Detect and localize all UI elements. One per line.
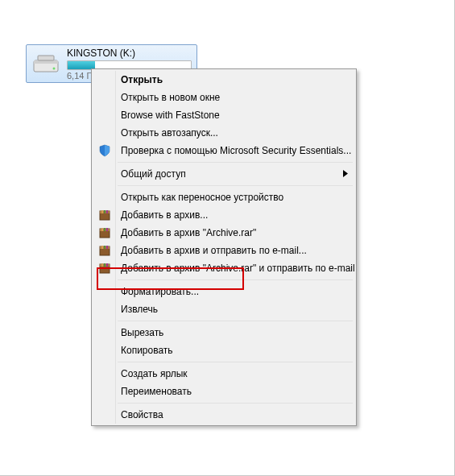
menu-label: Browse with FastStone	[121, 110, 220, 121]
menu-label: Добавить в архив "Archive.rar" и отправи…	[121, 263, 355, 274]
menu-open-new-window[interactable]: Открыть в новом окне	[93, 89, 354, 106]
svg-rect-16	[101, 246, 103, 249]
menu-rename[interactable]: Переименовать	[93, 383, 354, 400]
menu-label: Открыть автозапуск...	[121, 127, 218, 139]
menu-share[interactable]: Общий доступ	[93, 165, 354, 183]
svg-rect-22	[104, 263, 105, 267]
menu-open-portable[interactable]: Открыть как переносное устройство	[93, 188, 354, 206]
menu-label: Форматировать...	[121, 286, 199, 297]
menu-label: Открыть	[121, 74, 163, 85]
menu-create-shortcut[interactable]: Создать ярлык	[93, 365, 354, 383]
menu-eject[interactable]: Извлечь	[93, 300, 354, 318]
menu-copy[interactable]: Копировать	[93, 341, 354, 359]
menu-label: Общий доступ	[121, 168, 186, 180]
svg-rect-18	[106, 246, 108, 249]
menu-label: Добавить в архив и отправить по e-mail..…	[121, 245, 307, 256]
menu-label: Вырезать	[121, 327, 163, 338]
menu-label: Переименовать	[121, 386, 192, 397]
svg-rect-2	[38, 56, 54, 60]
menu-label: Создать ярлык	[121, 368, 188, 379]
menu-security-scan[interactable]: Проверка с помощью Microsoft Security Es…	[93, 142, 354, 159]
menu-label: Свойства	[121, 409, 163, 420]
svg-rect-17	[104, 246, 105, 249]
menu-label: Открыть как переносное устройство	[121, 192, 283, 203]
svg-point-3	[53, 68, 56, 70]
svg-rect-1	[34, 60, 58, 64]
menu-properties[interactable]: Свойства	[93, 406, 354, 424]
menu-label: Копировать	[121, 345, 173, 356]
menu-add-archive-email[interactable]: Добавить в архив и отправить по e-mail..…	[93, 242, 354, 259]
submenu-arrow-icon	[343, 168, 348, 180]
menu-label: Добавить в архив...	[121, 209, 208, 221]
rar-icon	[97, 260, 113, 276]
menu-label: Проверка с помощью Microsoft Security Es…	[121, 145, 351, 156]
menu-label: Добавить в архив "Archive.rar"	[121, 227, 256, 238]
menu-add-archive-named-email[interactable]: Добавить в архив "Archive.rar" и отправи…	[93, 259, 354, 277]
svg-rect-7	[104, 210, 105, 213]
menu-add-archive-named[interactable]: Добавить в архив "Archive.rar"	[93, 224, 354, 242]
menu-label: Извлечь	[121, 304, 158, 315]
svg-rect-21	[101, 263, 103, 267]
rar-icon	[97, 225, 113, 241]
svg-rect-6	[101, 210, 103, 213]
context-menu: Открыть Открыть в новом окне Browse with…	[91, 68, 357, 426]
menu-separator	[118, 362, 353, 362]
shield-icon	[97, 143, 113, 159]
menu-open[interactable]: Открыть	[93, 71, 354, 89]
svg-rect-12	[104, 228, 105, 231]
drive-name: KINGSTON (K:)	[67, 48, 192, 59]
svg-rect-13	[106, 228, 108, 231]
menu-browse-faststone[interactable]: Browse with FastStone	[93, 106, 354, 124]
menu-add-archive[interactable]: Добавить в архив...	[93, 206, 354, 224]
drive-capacity-fill	[68, 61, 95, 69]
menu-cut[interactable]: Вырезать	[93, 324, 354, 341]
rar-icon	[97, 242, 113, 259]
rar-icon	[97, 207, 113, 223]
menu-separator	[118, 321, 353, 321]
menu-format[interactable]: Форматировать...	[93, 283, 354, 300]
menu-separator	[118, 403, 353, 404]
menu-separator	[118, 185, 353, 186]
menu-separator	[118, 162, 353, 163]
svg-rect-8	[106, 210, 108, 213]
menu-separator	[118, 279, 353, 280]
svg-rect-23	[106, 263, 108, 267]
svg-rect-11	[101, 228, 103, 231]
menu-autorun[interactable]: Открыть автозапуск...	[93, 124, 354, 142]
drive-icon	[31, 49, 60, 78]
menu-label: Открыть в новом окне	[121, 92, 220, 103]
